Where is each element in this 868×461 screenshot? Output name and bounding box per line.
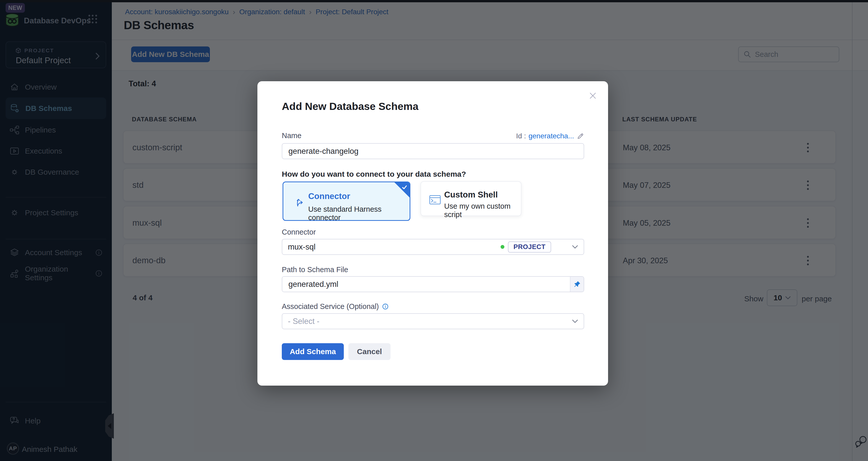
path-label: Path to Schema File <box>282 266 348 274</box>
id-value-link[interactable]: generatecha... <box>529 132 574 140</box>
connector-label: Connector <box>282 228 316 236</box>
option-title: Custom Shell <box>444 190 498 200</box>
edit-id-icon[interactable] <box>577 132 584 140</box>
entity-id-row: Id : generatecha... <box>516 132 584 140</box>
connector-value: mux-sql <box>288 242 501 252</box>
chevron-down-icon <box>572 245 578 249</box>
connector-icon <box>294 196 305 208</box>
check-icon <box>401 184 408 190</box>
name-input[interactable] <box>282 143 584 159</box>
option-custom-shell[interactable]: Custom Shell Use my own custom script <box>421 181 521 216</box>
option-title: Connector <box>308 191 350 201</box>
app-root: NEW Database DevOps PROJECT Default Proj… <box>0 0 868 461</box>
chevron-down-icon <box>572 319 578 323</box>
service-placeholder: - Select - <box>288 317 572 326</box>
terminal-icon <box>429 194 441 205</box>
path-field <box>282 276 584 292</box>
scope-badge: PROJECT <box>508 241 551 253</box>
name-label: Name <box>282 131 301 140</box>
modal-title: Add New Database Schema <box>282 101 418 112</box>
info-icon[interactable] <box>382 303 389 310</box>
connection-question: How do you want to connect to your data … <box>282 170 466 178</box>
associated-service-label: Associated Service (Optional) <box>282 302 389 311</box>
path-input[interactable] <box>282 277 570 292</box>
id-prefix: Id : <box>516 132 526 140</box>
pin-icon[interactable] <box>570 277 584 292</box>
add-schema-button[interactable]: Add Schema <box>282 343 344 360</box>
option-subtitle: Use my own custom script <box>444 202 521 219</box>
add-schema-modal: Add New Database Schema Name Id : genera… <box>257 81 608 386</box>
connector-select[interactable]: mux-sql PROJECT <box>282 239 584 255</box>
close-icon[interactable] <box>588 91 597 100</box>
service-select[interactable]: - Select - <box>282 313 584 329</box>
option-connector[interactable]: Connector Use standard Harness connector <box>283 182 410 221</box>
cancel-button[interactable]: Cancel <box>348 343 391 360</box>
option-subtitle: Use standard Harness connector <box>308 205 410 221</box>
connectivity-status-dot <box>501 245 504 249</box>
